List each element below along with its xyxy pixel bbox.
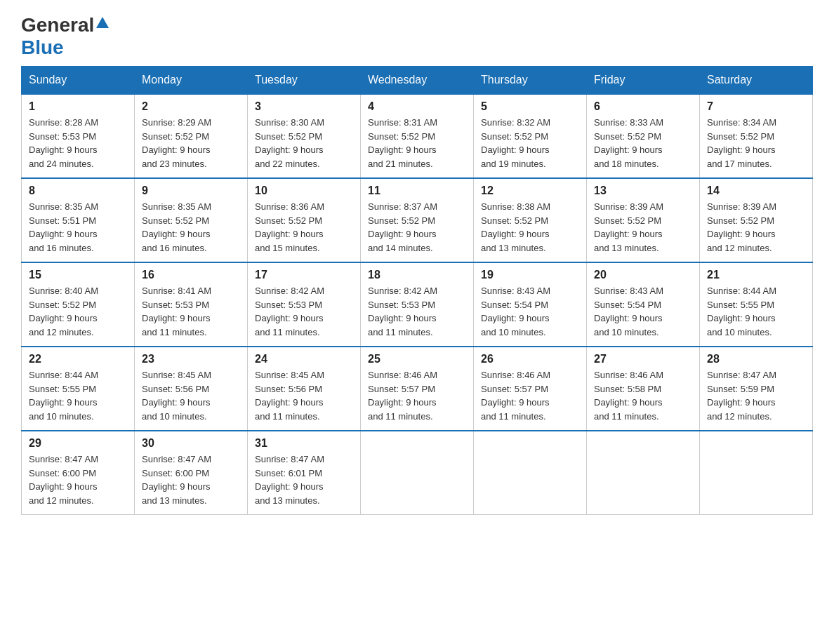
day-number: 6 <box>594 100 692 113</box>
page-header: General Blue <box>21 14 813 59</box>
day-info: Sunrise: 8:34 AMSunset: 5:52 PMDaylight:… <box>707 116 805 170</box>
day-info: Sunrise: 8:35 AMSunset: 5:51 PMDaylight:… <box>29 200 127 255</box>
day-number: 24 <box>255 353 353 365</box>
calendar-day-cell: 19 Sunrise: 8:43 AMSunset: 5:54 PMDaylig… <box>474 262 587 347</box>
day-info: Sunrise: 8:47 AMSunset: 5:59 PMDaylight:… <box>707 368 805 423</box>
day-info: Sunrise: 8:47 AMSunset: 6:00 PMDaylight:… <box>142 452 240 507</box>
day-number: 13 <box>594 185 692 197</box>
day-number: 14 <box>707 185 805 197</box>
calendar-day-cell: 14 Sunrise: 8:39 AMSunset: 5:52 PMDaylig… <box>700 178 813 262</box>
day-number: 20 <box>594 269 692 281</box>
calendar-weekday-header: Thursday <box>474 67 587 95</box>
day-number: 5 <box>481 100 579 113</box>
day-info: Sunrise: 8:40 AMSunset: 5:52 PMDaylight:… <box>29 284 127 339</box>
day-number: 28 <box>707 353 805 365</box>
day-number: 16 <box>142 269 240 281</box>
day-number: 9 <box>142 185 240 197</box>
calendar-week-row: 8 Sunrise: 8:35 AMSunset: 5:51 PMDayligh… <box>22 178 813 262</box>
day-info: Sunrise: 8:30 AMSunset: 5:52 PMDaylight:… <box>255 116 353 170</box>
calendar-day-cell: 11 Sunrise: 8:37 AMSunset: 5:52 PMDaylig… <box>361 178 474 262</box>
calendar-week-row: 29 Sunrise: 8:47 AMSunset: 6:00 PMDaylig… <box>22 431 813 515</box>
day-info: Sunrise: 8:31 AMSunset: 5:52 PMDaylight:… <box>368 116 466 170</box>
calendar-day-cell: 15 Sunrise: 8:40 AMSunset: 5:52 PMDaylig… <box>22 262 135 347</box>
calendar-day-cell: 23 Sunrise: 8:45 AMSunset: 5:56 PMDaylig… <box>135 347 248 431</box>
day-info: Sunrise: 8:46 AMSunset: 5:58 PMDaylight:… <box>594 368 692 423</box>
day-info: Sunrise: 8:46 AMSunset: 5:57 PMDaylight:… <box>368 368 466 423</box>
day-info: Sunrise: 8:43 AMSunset: 5:54 PMDaylight:… <box>481 284 579 339</box>
calendar-day-cell: 5 Sunrise: 8:32 AMSunset: 5:52 PMDayligh… <box>474 94 587 178</box>
day-number: 17 <box>255 269 353 281</box>
day-number: 7 <box>707 100 805 113</box>
calendar-day-cell: 3 Sunrise: 8:30 AMSunset: 5:52 PMDayligh… <box>248 94 361 178</box>
day-info: Sunrise: 8:41 AMSunset: 5:53 PMDaylight:… <box>142 284 240 339</box>
calendar-week-row: 15 Sunrise: 8:40 AMSunset: 5:52 PMDaylig… <box>22 262 813 347</box>
calendar-day-cell: 7 Sunrise: 8:34 AMSunset: 5:52 PMDayligh… <box>700 94 813 178</box>
calendar-day-cell: 28 Sunrise: 8:47 AMSunset: 5:59 PMDaylig… <box>700 347 813 431</box>
calendar-weekday-header: Saturday <box>700 67 813 95</box>
calendar-week-row: 1 Sunrise: 8:28 AMSunset: 5:53 PMDayligh… <box>22 94 813 178</box>
day-info: Sunrise: 8:33 AMSunset: 5:52 PMDaylight:… <box>594 116 692 170</box>
day-number: 31 <box>255 437 353 450</box>
logo-triangle-icon <box>96 17 109 28</box>
day-number: 25 <box>368 353 466 365</box>
day-number: 12 <box>481 185 579 197</box>
calendar-day-cell: 21 Sunrise: 8:44 AMSunset: 5:55 PMDaylig… <box>700 262 813 347</box>
day-number: 11 <box>368 185 466 197</box>
day-info: Sunrise: 8:42 AMSunset: 5:53 PMDaylight:… <box>255 284 353 339</box>
calendar-day-cell <box>361 431 474 515</box>
day-info: Sunrise: 8:45 AMSunset: 5:56 PMDaylight:… <box>255 368 353 423</box>
calendar-day-cell: 25 Sunrise: 8:46 AMSunset: 5:57 PMDaylig… <box>361 347 474 431</box>
day-info: Sunrise: 8:35 AMSunset: 5:52 PMDaylight:… <box>142 200 240 255</box>
calendar-day-cell: 16 Sunrise: 8:41 AMSunset: 5:53 PMDaylig… <box>135 262 248 347</box>
logo-line2: Blue <box>21 36 64 59</box>
calendar-weekday-header: Friday <box>587 67 700 95</box>
day-number: 8 <box>29 185 127 197</box>
calendar-day-cell: 4 Sunrise: 8:31 AMSunset: 5:52 PMDayligh… <box>361 94 474 178</box>
day-number: 1 <box>29 100 127 113</box>
day-info: Sunrise: 8:46 AMSunset: 5:57 PMDaylight:… <box>481 368 579 423</box>
calendar-day-cell: 24 Sunrise: 8:45 AMSunset: 5:56 PMDaylig… <box>248 347 361 431</box>
calendar-day-cell: 9 Sunrise: 8:35 AMSunset: 5:52 PMDayligh… <box>135 178 248 262</box>
calendar-day-cell <box>700 431 813 515</box>
logo-line1: General <box>21 14 109 36</box>
day-info: Sunrise: 8:44 AMSunset: 5:55 PMDaylight:… <box>707 284 805 339</box>
calendar-weekday-header: Wednesday <box>361 67 474 95</box>
calendar-day-cell: 1 Sunrise: 8:28 AMSunset: 5:53 PMDayligh… <box>22 94 135 178</box>
calendar-day-cell <box>587 431 700 515</box>
day-info: Sunrise: 8:37 AMSunset: 5:52 PMDaylight:… <box>368 200 466 255</box>
day-info: Sunrise: 8:28 AMSunset: 5:53 PMDaylight:… <box>29 116 127 170</box>
day-number: 2 <box>142 100 240 113</box>
calendar-day-cell: 6 Sunrise: 8:33 AMSunset: 5:52 PMDayligh… <box>587 94 700 178</box>
calendar-day-cell: 31 Sunrise: 8:47 AMSunset: 6:01 PMDaylig… <box>248 431 361 515</box>
day-number: 21 <box>707 269 805 281</box>
day-info: Sunrise: 8:43 AMSunset: 5:54 PMDaylight:… <box>594 284 692 339</box>
calendar-weekday-header: Sunday <box>22 67 135 95</box>
day-number: 19 <box>481 269 579 281</box>
calendar-header-row: SundayMondayTuesdayWednesdayThursdayFrid… <box>22 67 813 95</box>
calendar-day-cell <box>474 431 587 515</box>
day-info: Sunrise: 8:32 AMSunset: 5:52 PMDaylight:… <box>481 116 579 170</box>
day-number: 22 <box>29 353 127 365</box>
calendar-day-cell: 10 Sunrise: 8:36 AMSunset: 5:52 PMDaylig… <box>248 178 361 262</box>
day-number: 4 <box>368 100 466 113</box>
day-number: 10 <box>255 185 353 197</box>
day-info: Sunrise: 8:39 AMSunset: 5:52 PMDaylight:… <box>594 200 692 255</box>
calendar-day-cell: 2 Sunrise: 8:29 AMSunset: 5:52 PMDayligh… <box>135 94 248 178</box>
day-info: Sunrise: 8:47 AMSunset: 6:00 PMDaylight:… <box>29 452 127 507</box>
day-info: Sunrise: 8:38 AMSunset: 5:52 PMDaylight:… <box>481 200 579 255</box>
calendar-day-cell: 26 Sunrise: 8:46 AMSunset: 5:57 PMDaylig… <box>474 347 587 431</box>
day-info: Sunrise: 8:45 AMSunset: 5:56 PMDaylight:… <box>142 368 240 423</box>
day-info: Sunrise: 8:36 AMSunset: 5:52 PMDaylight:… <box>255 200 353 255</box>
calendar-day-cell: 13 Sunrise: 8:39 AMSunset: 5:52 PMDaylig… <box>587 178 700 262</box>
day-info: Sunrise: 8:29 AMSunset: 5:52 PMDaylight:… <box>142 116 240 170</box>
calendar-weekday-header: Monday <box>135 67 248 95</box>
calendar-day-cell: 20 Sunrise: 8:43 AMSunset: 5:54 PMDaylig… <box>587 262 700 347</box>
day-number: 30 <box>142 437 240 450</box>
calendar-week-row: 22 Sunrise: 8:44 AMSunset: 5:55 PMDaylig… <box>22 347 813 431</box>
calendar-day-cell: 27 Sunrise: 8:46 AMSunset: 5:58 PMDaylig… <box>587 347 700 431</box>
logo: General Blue <box>21 14 109 59</box>
day-info: Sunrise: 8:44 AMSunset: 5:55 PMDaylight:… <box>29 368 127 423</box>
day-number: 23 <box>142 353 240 365</box>
day-number: 26 <box>481 353 579 365</box>
calendar-table: SundayMondayTuesdayWednesdayThursdayFrid… <box>21 66 813 515</box>
